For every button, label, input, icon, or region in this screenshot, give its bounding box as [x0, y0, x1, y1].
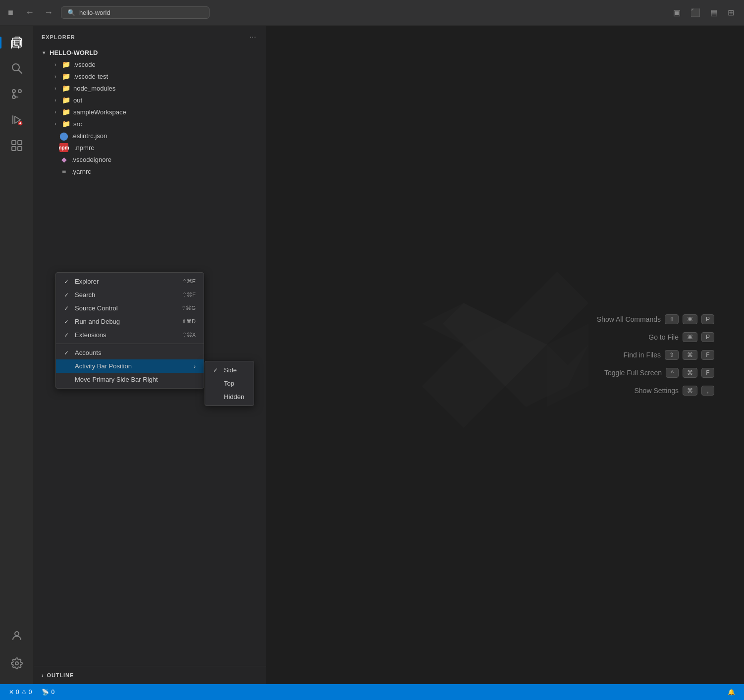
key-shift: ⇧	[665, 314, 679, 324]
activity-item-search[interactable]	[5, 56, 29, 80]
extensions-icon	[11, 140, 23, 151]
statusbar-errors[interactable]: ✕ 0 ⚠ 0	[6, 689, 35, 696]
vscode-icon: ◆	[59, 155, 68, 164]
item-label: out	[73, 97, 82, 104]
eslint-icon: ⬤	[59, 131, 68, 140]
key-cmd: ⌘	[683, 368, 697, 378]
separator	[56, 344, 204, 344]
warning-count: 0	[29, 689, 32, 696]
sidebar-actions: ···	[248, 32, 258, 43]
item-label: sampleWorkspace	[73, 108, 126, 116]
tree-item-vscode[interactable]: › 📁 .vscode	[34, 58, 266, 70]
activity-item-extensions[interactable]	[5, 134, 29, 157]
search-input[interactable]	[79, 9, 203, 16]
titlebar-left: ■ ← → 🔍	[8, 5, 210, 20]
svg-rect-14	[18, 147, 22, 150]
activity-bar	[0, 26, 34, 684]
item-label: .eslintrc.json	[71, 132, 107, 140]
toggle-panel[interactable]: ⬛	[689, 6, 702, 19]
main-layout: EXPLORER ··· ▾ HELLO-WORLD › 📁 .vscode ›…	[0, 26, 744, 684]
customize-layout[interactable]: ⊞	[726, 6, 736, 19]
statusbar-notifications[interactable]: 🔔	[725, 689, 738, 696]
menu-item-search[interactable]: ✓ Search ⇧⌘F	[56, 288, 204, 301]
menu-label: Extensions	[75, 331, 170, 339]
folder-icon: 📁	[61, 60, 70, 69]
titlebar-right: ▣ ⬛ ▤ ⊞	[671, 6, 736, 19]
back-button[interactable]: ←	[21, 5, 38, 20]
tree-item-src[interactable]: › 📁 src	[34, 118, 266, 130]
activity-item-explorer[interactable]	[5, 31, 29, 54]
item-label: .vscodeignore	[71, 156, 111, 163]
commands-overlay: Show All Commands ⇧ ⌘ P Go to File ⌘ P F…	[597, 314, 714, 396]
svg-line-2	[18, 70, 22, 74]
workspace-root[interactable]: ▾ HELLO-WORLD	[34, 47, 266, 58]
sidebar: EXPLORER ··· ▾ HELLO-WORLD › 📁 .vscode ›…	[34, 26, 266, 684]
menu-item-explorer[interactable]: ✓ Explorer ⇧⌘E	[56, 275, 204, 288]
svg-point-15	[15, 632, 19, 636]
command-label: Show All Commands	[597, 315, 661, 323]
workspace-name: HELLO-WORLD	[50, 49, 98, 56]
check-icon: ✓	[64, 332, 72, 339]
error-icon: ✕	[9, 689, 14, 696]
key-p: P	[701, 332, 714, 342]
check-icon: ✓	[213, 367, 221, 374]
context-menu: ✓ Explorer ⇧⌘E ✓ Search ⇧⌘F ✓ Source Con…	[55, 272, 204, 389]
key-comma: ,	[701, 386, 714, 396]
statusbar-sync[interactable]: 📡 0	[39, 689, 57, 696]
activity-item-settings[interactable]	[5, 651, 29, 675]
activity-item-source-control[interactable]	[5, 82, 29, 106]
search-icon: 🔍	[67, 9, 75, 16]
submenu-item-side[interactable]: ✓ Side	[205, 363, 254, 377]
folder-icon: 📁	[61, 72, 70, 81]
chevron: ›	[52, 120, 59, 128]
tree-item-sample-workspace[interactable]: › 📁 sampleWorkspace	[34, 106, 266, 118]
menu-item-accounts[interactable]: ✓ Accounts	[56, 346, 204, 359]
item-label: .vscode-test	[73, 73, 108, 80]
folder-icon: 📁	[61, 84, 70, 93]
shortcut: ⇧⌘E	[182, 278, 196, 285]
search-bar[interactable]: 🔍	[61, 6, 210, 19]
tree-item-vscode-test[interactable]: › 📁 .vscode-test	[34, 70, 266, 82]
tree-item-vscodeignore[interactable]: ◆ .vscodeignore	[34, 153, 266, 165]
tree-item-out[interactable]: › 📁 out	[34, 94, 266, 106]
chevron: ›	[52, 108, 59, 116]
check-icon: ✓	[64, 350, 72, 356]
tree-item-yarnrc[interactable]: ≡ .yarnrc	[34, 165, 266, 177]
menu-item-extensions[interactable]: ✓ Extensions ⇧⌘X	[56, 328, 204, 342]
shortcut: ⇧⌘G	[181, 305, 196, 311]
menu-item-activity-bar-position[interactable]: Activity Bar Position ›	[56, 359, 204, 373]
tree-item-node-modules[interactable]: › 📁 node_modules	[34, 82, 266, 94]
source-control-icon	[11, 88, 23, 100]
submenu-activity-bar-position: ✓ Side Top Hidden	[205, 361, 254, 406]
submenu-item-top[interactable]: Top	[205, 377, 254, 390]
statusbar: ✕ 0 ⚠ 0 📡 0 🔔	[0, 684, 744, 700]
tree-item-npmrc[interactable]: npm .npmrc	[34, 142, 266, 153]
key-p: P	[701, 314, 714, 324]
toggle-primary-sidebar[interactable]: ▣	[671, 6, 683, 19]
key-f: F	[701, 350, 714, 360]
toggle-secondary-sidebar[interactable]: ▤	[708, 6, 720, 19]
menu-item-run-debug[interactable]: ✓ Run and Debug ⇧⌘D	[56, 315, 204, 328]
statusbar-right: 🔔	[725, 689, 738, 696]
chevron: ›	[52, 72, 59, 80]
svg-point-16	[15, 662, 18, 665]
chevron: ›	[52, 60, 59, 68]
item-label: .yarnrc	[71, 168, 91, 175]
tree-item-eslintrc[interactable]: ⬤ .eslintrc.json	[34, 130, 266, 142]
shortcut: ⇧⌘F	[182, 292, 196, 298]
outline-header[interactable]: › OUTLINE	[42, 670, 258, 680]
sidebar-title: EXPLORER	[42, 34, 75, 40]
activity-item-accounts[interactable]	[5, 624, 29, 648]
forward-button[interactable]: →	[40, 5, 57, 20]
svg-point-4	[18, 90, 21, 93]
command-find-files: Find in Files ⇧ ⌘ F	[624, 350, 714, 360]
shortcut: ⇧⌘D	[182, 318, 196, 325]
command-label: Show Settings	[635, 387, 679, 395]
activity-item-run-debug[interactable]	[5, 108, 29, 132]
menu-label: Source Control	[75, 304, 169, 312]
chevron: ›	[52, 84, 59, 92]
submenu-item-hidden[interactable]: Hidden	[205, 390, 254, 403]
menu-item-source-control[interactable]: ✓ Source Control ⇧⌘G	[56, 301, 204, 315]
menu-item-move-sidebar[interactable]: Move Primary Side Bar Right	[56, 373, 204, 386]
sidebar-more-button[interactable]: ···	[248, 32, 258, 43]
